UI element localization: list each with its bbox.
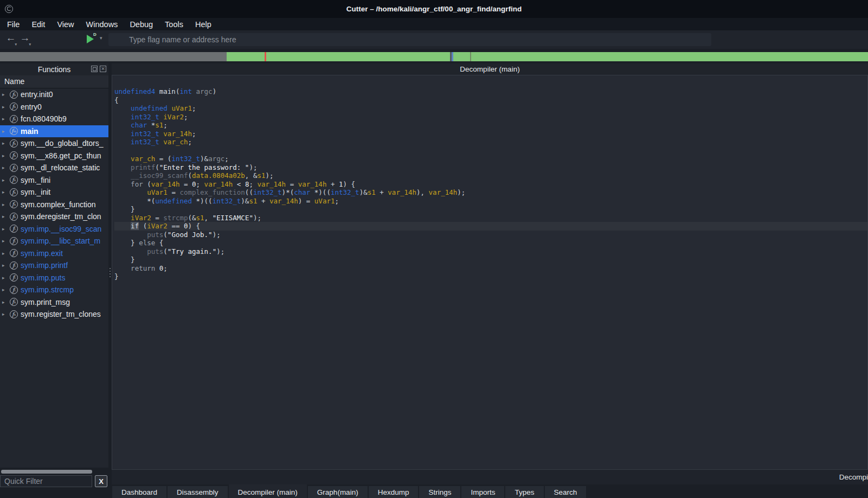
function-row-sym-imp-exit[interactable]: ▸ƒisym.imp.exit	[0, 247, 108, 260]
function-icon: ƒi	[10, 286, 18, 294]
tab-decompiler-main[interactable]: Decompiler (main)	[229, 484, 307, 498]
expand-caret-icon[interactable]: ▸	[2, 165, 7, 170]
forward-arrow-icon: →	[20, 32, 30, 43]
decompiler-panel: Decompiler (main) undefined4 main(int ar…	[112, 63, 868, 470]
tab-disassembly[interactable]: Disassembly	[168, 486, 228, 498]
function-row-entry-init0[interactable]: ▸ƒxentry.init0	[0, 88, 108, 101]
code-line: undefined uVar1;	[114, 104, 867, 113]
menu-file[interactable]: File	[1, 18, 25, 30]
expand-caret-icon[interactable]: ▸	[2, 287, 7, 292]
tab-types[interactable]: Types	[505, 486, 543, 498]
debug-dropdown-icon[interactable]: ▾	[100, 35, 102, 41]
expand-caret-icon[interactable]: ▸	[2, 202, 7, 207]
function-icon: ƒx	[10, 298, 18, 306]
menu-edit[interactable]: Edit	[25, 18, 51, 30]
function-icon: ƒx	[10, 200, 18, 208]
function-row-sym-init[interactable]: ▸ƒxsym._init	[0, 186, 108, 199]
function-row-sym-imp-strcmp[interactable]: ▸ƒisym.imp.strcmp	[0, 284, 108, 296]
expand-caret-icon[interactable]: ▸	[2, 92, 7, 97]
flag-search-input[interactable]	[108, 33, 711, 46]
functions-panel-title: Functions	[38, 65, 71, 74]
function-row-sym-dl-relocate-static[interactable]: ▸ƒxsym._dl_relocate_static	[0, 162, 108, 174]
code-line: int32_t var_ch;	[114, 138, 867, 146]
window-title: Cutter – /home/kali/angr_ctf/00_angr_fin…	[346, 5, 522, 13]
undock-icon[interactable]	[91, 66, 98, 72]
code-line: for (var_14h = 0; var_14h < 8; var_14h =…	[114, 180, 867, 189]
function-icon: ƒi	[10, 249, 18, 257]
expand-caret-icon[interactable]: ▸	[2, 275, 7, 280]
bottom-dock-band: Decompi	[112, 470, 868, 484]
function-row-sym-imp-puts[interactable]: ▸ƒisym.imp.puts	[0, 272, 108, 284]
tab-hexdump[interactable]: Hexdump	[369, 486, 419, 498]
expand-caret-icon[interactable]: ▸	[2, 263, 7, 268]
function-icon: ƒx	[10, 91, 18, 99]
expand-caret-icon[interactable]: ▸	[2, 116, 7, 122]
function-row-fcn-080490b9[interactable]: ▸ƒxfcn.080490b9	[0, 113, 108, 125]
function-row-entry0[interactable]: ▸ƒxentry0	[0, 101, 108, 113]
expand-caret-icon[interactable]: ▸	[2, 177, 7, 183]
function-row-sym-imp-libc-start-m[interactable]: ▸ƒisym.imp.__libc_start_m	[0, 235, 108, 247]
expand-caret-icon[interactable]: ▸	[2, 129, 7, 134]
decompiler-panel-title[interactable]: Decompiler (main)	[112, 63, 868, 75]
expand-caret-icon[interactable]: ▸	[2, 238, 7, 244]
debug-badge: D	[93, 32, 97, 37]
expand-caret-icon[interactable]: ▸	[2, 251, 7, 256]
quick-filter-input[interactable]	[0, 475, 92, 487]
functions-panel-header[interactable]: Functions ✕	[0, 63, 108, 75]
forward-dropdown-icon[interactable]: ▾	[29, 42, 31, 47]
function-label: sym.imp.printf	[21, 261, 68, 270]
code-line: } else {	[114, 239, 867, 247]
close-icon[interactable]: ✕	[100, 66, 106, 72]
tab-imports[interactable]: Imports	[461, 486, 504, 498]
menu-tools[interactable]: Tools	[159, 18, 189, 30]
code-line: puts("Try again.");	[114, 247, 867, 256]
function-row-sym-register-tm-clones[interactable]: ▸ƒxsym.register_tm_clones	[0, 308, 108, 321]
tab-strings[interactable]: Strings	[419, 486, 460, 498]
horizontal-scrollbar[interactable]	[1, 470, 92, 474]
function-label: main	[21, 127, 38, 136]
function-label: sym.imp.strcmp	[21, 285, 74, 294]
function-icon: ƒx	[10, 151, 18, 159]
memory-map[interactable]	[0, 52, 868, 61]
menu-view[interactable]: View	[51, 18, 80, 30]
function-row-sym-imp-printf[interactable]: ▸ƒisym.imp.printf	[0, 259, 108, 272]
code-line: var_ch = (int32_t)&argc;	[114, 155, 867, 163]
name-column-header[interactable]: Name	[0, 75, 108, 88]
function-row-sym-deregister-tm-clon[interactable]: ▸ƒxsym.deregister_tm_clon	[0, 210, 108, 223]
function-icon: ƒx	[10, 213, 18, 221]
clear-filter-button[interactable]: X	[95, 475, 107, 487]
expand-caret-icon[interactable]: ▸	[2, 299, 7, 305]
expand-caret-icon[interactable]: ▸	[2, 104, 7, 110]
decompiler-code[interactable]: undefined4 main(int argc){ undefined uVa…	[112, 75, 868, 470]
cutter-logo-icon	[5, 5, 13, 13]
function-row-sym-fini[interactable]: ▸ƒxsym._fini	[0, 174, 108, 187]
expand-caret-icon[interactable]: ▸	[2, 141, 7, 146]
menu-windows[interactable]: Windows	[80, 18, 124, 30]
function-icon: ƒx	[10, 139, 18, 148]
tab-dashboard[interactable]: Dashboard	[112, 486, 166, 498]
function-label: entry.init0	[21, 90, 53, 99]
function-row-sym-complex-function[interactable]: ▸ƒxsym.complex_function	[0, 199, 108, 211]
tab-graph-main[interactable]: Graph(main)	[308, 486, 368, 498]
unmapped-segment	[0, 52, 227, 61]
function-row-sym-x86-get-pc-thun[interactable]: ▸ƒxsym.__x86.get_pc_thun	[0, 150, 108, 162]
function-row-sym-imp-isoc99-scan[interactable]: ▸ƒisym.imp.__isoc99_scan	[0, 223, 108, 235]
expand-caret-icon[interactable]: ▸	[2, 311, 7, 317]
code-line: }	[114, 256, 867, 264]
function-label: sym.imp.puts	[21, 273, 65, 282]
function-row-sym-print-msg[interactable]: ▸ƒxsym.print_msg	[0, 296, 108, 309]
back-dropdown-icon[interactable]: ▾	[15, 42, 17, 47]
function-label: fcn.080490b9	[21, 114, 67, 123]
back-button[interactable]: ← ▾	[4, 32, 17, 46]
function-row-main[interactable]: ▸ƒmmain	[0, 125, 108, 138]
expand-caret-icon[interactable]: ▸	[2, 226, 7, 232]
forward-button[interactable]: → ▾	[18, 32, 31, 46]
expand-caret-icon[interactable]: ▸	[2, 153, 7, 158]
function-row-sym-do-global-dtors[interactable]: ▸ƒxsym.__do_global_dtors_	[0, 137, 108, 150]
menu-debug[interactable]: Debug	[124, 18, 159, 30]
function-icon: ƒx	[10, 188, 18, 196]
expand-caret-icon[interactable]: ▸	[2, 214, 7, 219]
expand-caret-icon[interactable]: ▸	[2, 189, 7, 195]
tab-search[interactable]: Search	[545, 486, 587, 498]
menu-help[interactable]: Help	[189, 18, 217, 30]
